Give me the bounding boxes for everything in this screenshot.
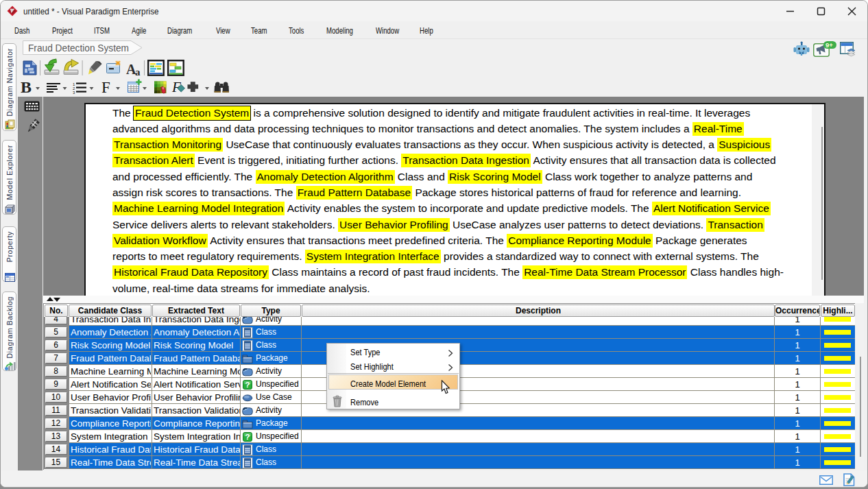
- svg-text:3: 3: [73, 91, 75, 95]
- svg-text:Fraud Detection System: Fraud Detection System: [28, 43, 129, 53]
- svg-text:a: a: [135, 67, 141, 77]
- svg-text:9+: 9+: [825, 41, 833, 49]
- svg-text:B: B: [21, 78, 32, 96]
- svg-text:F: F: [101, 79, 110, 96]
